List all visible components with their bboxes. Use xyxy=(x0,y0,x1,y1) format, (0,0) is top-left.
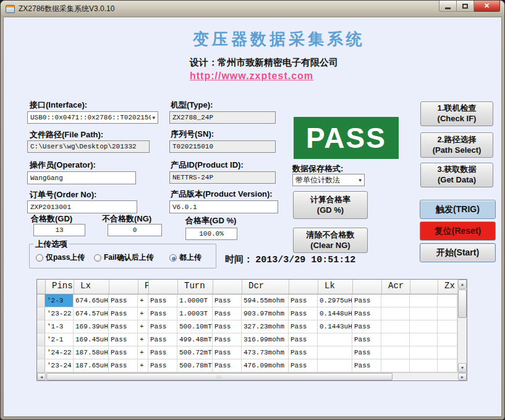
interface-combobox[interactable]: USB0::0x0471::0x2786::T020215010:: ▼ xyxy=(27,111,158,124)
row-header[interactable] xyxy=(37,294,45,307)
column-header-Dcr[interactable]: Dcr xyxy=(242,280,289,294)
path-select-button[interactable]: 2.路径选择 (Path Select) xyxy=(420,132,493,158)
table-cell[interactable] xyxy=(381,333,410,346)
table-cell[interactable]: 0.1448uH xyxy=(318,307,352,320)
column-header-Turn[interactable]: Turn xyxy=(178,280,213,294)
table-cell[interactable]: 187.65uH xyxy=(74,359,109,372)
column-header-Pins[interactable]: Pins xyxy=(46,280,74,294)
table-cell[interactable]: 0.1443uH xyxy=(318,320,352,333)
table-cell[interactable] xyxy=(410,333,438,346)
table-cell[interactable]: Pass xyxy=(109,346,138,359)
operator-input[interactable] xyxy=(27,171,136,184)
table-cell[interactable]: + xyxy=(138,333,148,346)
row-header[interactable] xyxy=(37,307,45,320)
table-cell[interactable]: '24-22 xyxy=(45,346,74,359)
table-cell[interactable]: Pass xyxy=(213,346,242,359)
product-id-input[interactable] xyxy=(169,171,276,184)
table-cell[interactable]: + xyxy=(138,307,148,320)
table-cell[interactable]: 169.39uH xyxy=(74,320,109,333)
table-cell[interactable] xyxy=(438,333,457,346)
table-cell[interactable]: Pass xyxy=(352,320,381,333)
scroll-down-button[interactable]: ▼ xyxy=(458,363,467,372)
calc-rate-button[interactable]: 计算合格率 (GD %) xyxy=(293,191,368,219)
table-cell[interactable] xyxy=(318,346,352,359)
table-cell[interactable]: 674.65uH xyxy=(74,294,109,307)
table-cell[interactable] xyxy=(318,359,352,372)
table-cell[interactable]: '23-24 xyxy=(45,359,74,372)
table-cell[interactable]: + xyxy=(138,346,148,359)
column-header-pass[interactable] xyxy=(213,280,242,294)
row-header[interactable] xyxy=(37,359,45,372)
column-header-Acr[interactable]: Acr xyxy=(382,280,410,294)
table-cell[interactable]: 499.48mT xyxy=(177,333,213,346)
table-cell[interactable]: Pass xyxy=(352,359,381,372)
scroll-left-button[interactable]: ◄ xyxy=(37,373,46,380)
table-cell[interactable] xyxy=(381,294,410,307)
column-header-pass[interactable] xyxy=(410,280,438,294)
table-cell[interactable] xyxy=(381,346,410,359)
gd-rate-input[interactable] xyxy=(185,228,237,240)
table-cell[interactable] xyxy=(410,359,438,372)
column-header-Zx[interactable]: Zx xyxy=(438,280,457,294)
check-if-button[interactable]: 1.联机检查 (Check IF) xyxy=(420,101,493,126)
radio-pass-only[interactable]: 仅pass上传 xyxy=(36,252,85,263)
table-cell[interactable]: Pass xyxy=(148,359,177,372)
table-cell[interactable]: Pass xyxy=(148,294,177,307)
table-cell[interactable]: '2-1 xyxy=(45,333,74,346)
table-cell[interactable]: Pass xyxy=(148,320,177,333)
table-cell[interactable]: Pass xyxy=(213,320,242,333)
table-cell[interactable]: '1-3 xyxy=(45,320,74,333)
table-cell[interactable]: Pass xyxy=(213,333,242,346)
table-cell[interactable]: 903.97mohm xyxy=(242,307,289,320)
table-cell[interactable]: 500.78mT xyxy=(177,359,213,372)
table-cell[interactable] xyxy=(318,333,352,346)
table-cell[interactable]: 1.0000T xyxy=(177,294,213,307)
table-cell[interactable]: Pass xyxy=(109,307,138,320)
row-header[interactable] xyxy=(37,320,45,333)
table-cell[interactable]: + xyxy=(138,359,148,372)
table-cell[interactable]: Pass xyxy=(289,346,318,359)
gd-count-input[interactable] xyxy=(33,224,85,236)
table-cell[interactable] xyxy=(410,346,438,359)
table-cell[interactable]: Pass xyxy=(352,294,381,307)
table-cell[interactable]: Pass xyxy=(148,333,177,346)
reset-button[interactable]: 复位(Reset) xyxy=(420,221,496,241)
table-cell[interactable]: Pass xyxy=(109,320,138,333)
column-header-pass[interactable] xyxy=(353,280,382,294)
table-cell[interactable]: Pass xyxy=(289,307,318,320)
table-cell[interactable]: Pass xyxy=(213,359,242,372)
table-cell[interactable]: 316.99mohm xyxy=(242,333,289,346)
save-format-combobox[interactable]: 带单位计数法 ▼ xyxy=(292,174,365,186)
start-button[interactable]: 开始(Start) xyxy=(420,243,496,262)
table-cell[interactable]: Pass xyxy=(148,307,177,320)
column-header-pass[interactable] xyxy=(289,280,318,294)
table-cell[interactable]: Pass xyxy=(109,333,138,346)
row-header[interactable] xyxy=(37,346,45,359)
table-cell[interactable]: 500.72mT xyxy=(177,346,213,359)
table-cell[interactable]: 327.23mohm xyxy=(242,320,289,333)
vertical-scroll-thumb[interactable] xyxy=(458,289,467,318)
vertical-scrollbar[interactable]: ▲ ▼ xyxy=(457,280,467,372)
table-cell[interactable]: 473.73mohm xyxy=(242,346,289,359)
sn-input[interactable] xyxy=(169,140,276,153)
table-cell[interactable]: Pass xyxy=(352,307,381,320)
column-header-pass[interactable] xyxy=(109,280,138,294)
table-cell[interactable]: Pass xyxy=(213,307,242,320)
order-no-input[interactable] xyxy=(27,200,137,213)
minimize-button[interactable] xyxy=(439,1,457,12)
table-cell[interactable]: + xyxy=(138,320,148,333)
get-data-button[interactable]: 3.获取数据 (Get Data) xyxy=(420,163,493,187)
scroll-right-button[interactable]: ► xyxy=(458,373,467,380)
product-version-input[interactable] xyxy=(169,200,278,213)
trig-button[interactable]: 触发(TRIG) xyxy=(420,200,496,219)
table-cell[interactable]: Pass xyxy=(213,294,242,307)
column-header-Lx[interactable]: Lx xyxy=(74,280,109,294)
table-cell[interactable]: 0.2975uH xyxy=(318,294,352,307)
file-path-input[interactable] xyxy=(27,140,150,153)
table-cell[interactable]: Pass xyxy=(289,320,318,333)
table-cell[interactable]: Pass xyxy=(289,359,318,372)
table-cell[interactable] xyxy=(438,307,457,320)
column-header-Lk[interactable]: Lk xyxy=(318,280,353,294)
website-link[interactable]: http://www.zxptest.com xyxy=(190,71,313,82)
table-cell[interactable]: 476.09mohm xyxy=(242,359,289,372)
